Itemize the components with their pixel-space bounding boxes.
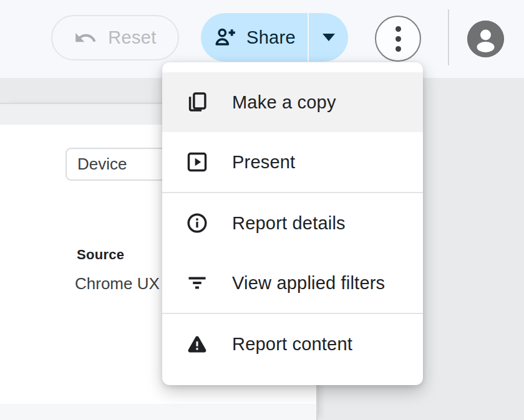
info-icon bbox=[186, 212, 208, 234]
device-filter-label: Device bbox=[77, 155, 127, 174]
share-dropdown-button[interactable] bbox=[309, 13, 348, 62]
menu-item-report-content[interactable]: Report content bbox=[162, 314, 423, 374]
menu-item-report-details[interactable]: Report details bbox=[162, 193, 423, 253]
more-options-button[interactable] bbox=[375, 16, 421, 62]
menu-item-view-applied-filters[interactable]: View applied filters bbox=[162, 253, 423, 313]
more-vert-icon bbox=[395, 26, 401, 32]
person-add-icon bbox=[213, 25, 238, 50]
looker-studio-view: Device Source Chrome UX Report Reset bbox=[0, 0, 524, 420]
share-button[interactable]: Share bbox=[201, 13, 308, 62]
more-options-menu: Make a copy Present Report details bbox=[162, 62, 423, 385]
share-button-label: Share bbox=[246, 27, 296, 48]
header-divider bbox=[448, 9, 449, 65]
menu-item-present[interactable]: Present bbox=[162, 132, 423, 192]
avatar[interactable] bbox=[467, 21, 504, 57]
reset-button[interactable]: Reset bbox=[51, 15, 179, 60]
share-split-button: Share bbox=[201, 13, 348, 62]
menu-item-make-a-copy[interactable]: Make a copy bbox=[162, 72, 423, 132]
menu-item-label: Make a copy bbox=[232, 92, 336, 113]
present-icon bbox=[186, 151, 208, 173]
filter-icon bbox=[186, 272, 208, 294]
menu-item-label: Report details bbox=[232, 213, 346, 234]
menu-item-label: Report content bbox=[232, 334, 352, 355]
menu-item-label: Present bbox=[232, 152, 295, 173]
reset-button-label: Reset bbox=[108, 27, 156, 48]
chevron-down-icon bbox=[323, 34, 335, 41]
warning-icon bbox=[186, 333, 208, 355]
undo-icon bbox=[74, 26, 97, 50]
menu-item-label: View applied filters bbox=[232, 273, 385, 294]
source-label: Source bbox=[77, 247, 124, 263]
copy-icon bbox=[186, 91, 208, 113]
page-footer-band bbox=[0, 404, 316, 420]
